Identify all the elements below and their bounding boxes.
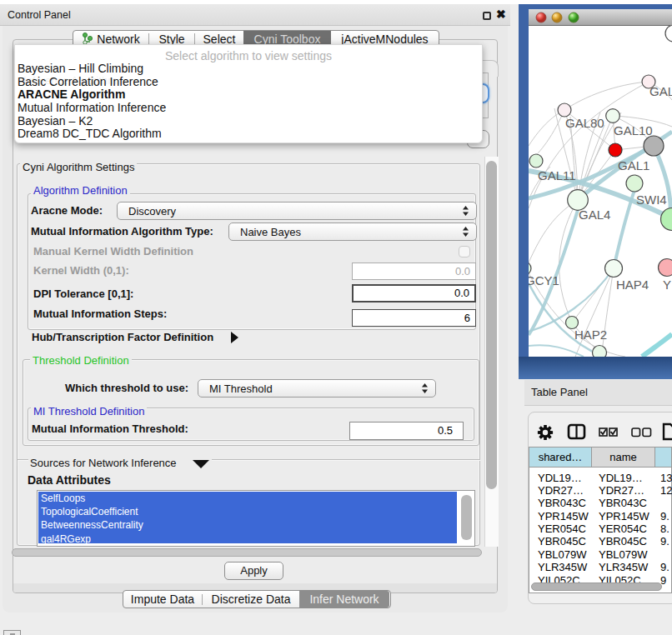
svg-text:HAP2: HAP2 [574,328,607,342]
svg-text:GAL1: GAL1 [618,158,649,172]
svg-text:GAL: GAL [649,84,672,98]
svg-text:GCY1: GCY1 [529,273,559,288]
svg-text:Y: Y [663,278,671,292]
svg-text:GAL10: GAL10 [614,123,653,138]
svg-text:GAL11: GAL11 [538,168,576,182]
svg-text:HAP4: HAP4 [616,278,649,292]
svg-text:GAL80: GAL80 [565,116,604,130]
svg-text:GAL4: GAL4 [579,208,610,222]
svg-text:SWI4: SWI4 [636,192,667,207]
